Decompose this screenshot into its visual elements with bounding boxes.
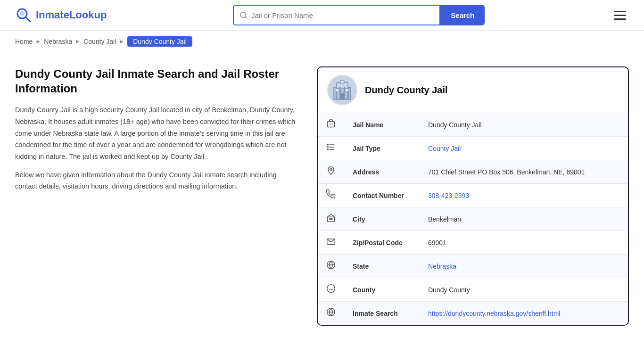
inmate-search-link[interactable]: https://dundycounty.nebraska.gov/sheriff… xyxy=(428,310,560,317)
table-row: Jail Type County Jail xyxy=(318,137,628,160)
hamburger-line3 xyxy=(614,18,626,20)
search-globe-icon xyxy=(326,307,336,317)
jail-type-link[interactable]: County Jail xyxy=(428,145,461,152)
table-row: Contact Number 308-423-2393 xyxy=(318,184,628,207)
building-icon xyxy=(331,79,354,101)
svg-point-23 xyxy=(330,168,332,170)
table-row: Jail Name Dundy County Jail xyxy=(318,113,628,137)
address-icon-cell xyxy=(318,160,344,184)
right-column: Dundy County Jail Jail Name Dund xyxy=(317,66,629,326)
description-1: Dundy County Jail is a high security Cou… xyxy=(15,104,298,162)
chevron-icon-1: ► xyxy=(35,38,41,45)
breadcrumb-current: Dundy County Jail xyxy=(127,36,192,47)
mail-icon xyxy=(326,237,336,246)
jail-avatar xyxy=(327,75,357,105)
svg-rect-12 xyxy=(340,93,344,99)
city-icon xyxy=(326,213,336,222)
list-icon xyxy=(326,142,336,152)
table-row: State Nebraska xyxy=(318,255,628,278)
svg-line-4 xyxy=(245,16,247,18)
county-value: Dundy County xyxy=(420,278,628,302)
hamburger-line1 xyxy=(614,11,626,12)
jail-name-value: Dundy County Jail xyxy=(420,113,628,137)
jail-name-label: Jail Name xyxy=(344,113,420,137)
svg-rect-11 xyxy=(347,87,349,99)
jail-icon xyxy=(326,119,336,128)
main-content: Dundy County Jail Inmate Search and Jail… xyxy=(0,52,644,340)
breadcrumb-county-jail[interactable]: County Jail xyxy=(83,38,116,45)
description-2: Below we have given information about th… xyxy=(15,169,298,192)
globe-icon xyxy=(326,260,336,270)
state-label: State xyxy=(344,255,420,278)
jail-type-label: Jail Type xyxy=(344,137,420,160)
header: InmateLookup Search xyxy=(0,0,644,31)
state-link[interactable]: Nebraska xyxy=(428,263,456,270)
hamburger-line2 xyxy=(614,15,626,16)
search-button[interactable]: Search xyxy=(440,5,485,25)
address-label: Address xyxy=(344,160,420,184)
menu-button[interactable] xyxy=(611,8,629,23)
zip-label: Zip/Postal Code xyxy=(344,231,420,255)
city-label: City xyxy=(344,207,420,231)
logo-text: InmateLookup xyxy=(36,9,107,21)
svg-point-2 xyxy=(20,11,25,16)
search-input[interactable] xyxy=(251,11,434,19)
table-row: Address 701 Chief Street PO Box 506, Ben… xyxy=(318,160,628,184)
table-row: City Benkelman xyxy=(318,207,628,231)
county-label: County xyxy=(344,278,420,302)
svg-line-1 xyxy=(25,17,30,22)
contact-label: Contact Number xyxy=(344,184,420,207)
city-value: Benkelman xyxy=(420,207,628,231)
logo-icon xyxy=(15,7,32,24)
card-header: Dundy County Jail xyxy=(318,67,628,113)
contact-value: 308-423-2393 xyxy=(420,184,628,207)
inmate-search-icon-cell xyxy=(318,302,344,325)
svg-point-29 xyxy=(327,285,335,293)
county-icon-cell xyxy=(318,278,344,302)
info-table: Jail Name Dundy County Jail Jail Type xyxy=(318,113,628,325)
table-row: County Dundy County xyxy=(318,278,628,302)
zip-value: 69001 xyxy=(420,231,628,255)
svg-rect-8 xyxy=(336,87,337,99)
table-row: Zip/Postal Code 69001 xyxy=(318,231,628,255)
breadcrumb-nebraska[interactable]: Nebraska xyxy=(44,38,72,45)
svg-point-22 xyxy=(327,149,328,150)
search-icon xyxy=(239,11,248,19)
jail-type-value: County Jail xyxy=(420,137,628,160)
page-title: Dundy County Jail Inmate Search and Jail… xyxy=(15,66,298,96)
state-icon-cell xyxy=(318,255,344,278)
svg-rect-13 xyxy=(336,89,339,91)
phone-link[interactable]: 308-423-2393 xyxy=(428,192,469,199)
inmate-search-value: https://dundycounty.nebraska.gov/sheriff… xyxy=(420,302,628,325)
phone-icon xyxy=(326,189,336,199)
state-value: Nebraska xyxy=(420,255,628,278)
address-value: 701 Chief Street PO Box 506, Benkelman, … xyxy=(420,160,628,184)
breadcrumb: Home ► Nebraska ► County Jail ► Dundy Co… xyxy=(0,31,644,52)
breadcrumb-home[interactable]: Home xyxy=(15,38,33,45)
chevron-icon-2: ► xyxy=(75,38,81,45)
search-box xyxy=(233,5,440,25)
svg-rect-26 xyxy=(331,219,332,220)
search-area: Search xyxy=(233,5,485,25)
chevron-icon-3: ► xyxy=(119,38,124,45)
city-icon-cell xyxy=(318,207,344,231)
zip-icon-cell xyxy=(318,231,344,255)
location-icon xyxy=(326,166,336,175)
left-column: Dundy County Jail Inmate Search and Jail… xyxy=(15,66,317,199)
inmate-search-label: Inmate Search xyxy=(344,302,420,325)
svg-point-20 xyxy=(327,144,328,145)
svg-rect-7 xyxy=(340,81,344,83)
info-card: Dundy County Jail Jail Name Dund xyxy=(317,66,629,326)
county-icon xyxy=(326,284,336,293)
phone-icon-cell xyxy=(318,184,344,207)
svg-rect-14 xyxy=(346,89,348,91)
jail-name-icon-cell xyxy=(318,113,344,137)
logo[interactable]: InmateLookup xyxy=(15,7,107,24)
table-row: Inmate Search https://dundycounty.nebras… xyxy=(318,302,628,325)
jail-type-icon-cell xyxy=(318,137,344,160)
svg-point-21 xyxy=(327,147,328,148)
card-title: Dundy County Jail xyxy=(365,85,448,96)
